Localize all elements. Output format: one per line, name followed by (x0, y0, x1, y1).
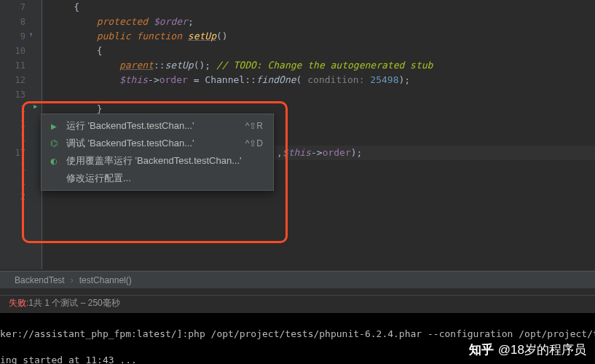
line-number: 7 (0, 0, 42, 15)
brace-close: } (97, 103, 103, 114)
variable: $this (283, 147, 311, 158)
run-gutter-icon[interactable]: ▶ (34, 103, 37, 110)
punct: ); (351, 147, 363, 158)
line-number: 13 (0, 87, 42, 102)
scope-op: :: (154, 60, 165, 71)
line-number: 11 (0, 58, 42, 73)
console-line: ker://assistant_php_fpm:latest/]:php /op… (0, 328, 595, 341)
brace-open: { (74, 1, 79, 12)
status-text: 1共 1 个测试 – 250毫秒 (28, 297, 119, 309)
line-number: 10 (0, 44, 42, 58)
line-number: 9 (0, 29, 42, 44)
line-number: 1 (0, 116, 42, 131)
number: 25498 (370, 74, 398, 85)
param-hint: condition: (307, 74, 370, 85)
variable: $this (119, 74, 148, 85)
play-icon: ▶ (47, 122, 60, 130)
variable: $order (148, 16, 188, 27)
menu-label: 使用覆盖率运行 'BackendTest.testChan...' (66, 154, 263, 167)
arrow-op: -> (311, 147, 323, 158)
bug-icon: ⌬ (47, 138, 60, 149)
line-number: 17 (0, 146, 42, 160)
fail-label: 失败: (9, 297, 28, 309)
menu-label: 运行 'BackendTest.testChan...' (66, 119, 245, 132)
line-number: 1 (0, 175, 42, 189)
menu-shortcut: ^⇧R (245, 121, 263, 131)
menu-label: 调试 'BackendTest.testChan...' (66, 137, 245, 150)
keyword: protected (97, 16, 148, 27)
override-icon[interactable]: ↑ (29, 31, 33, 38)
menu-coverage[interactable]: ◐ 使用覆盖率运行 'BackendTest.testChan...' (42, 152, 273, 170)
context-menu: ▶ 运行 'BackendTest.testChan...' ^⇧R ⌬ 调试 … (41, 114, 274, 191)
punct: ; (188, 16, 194, 27)
watermark: 知乎 @18岁的程序员 (469, 341, 586, 358)
todo-comment: // TODO: Change the autogenerated stub (216, 60, 433, 71)
property: order (323, 147, 351, 158)
breadcrumb[interactable]: BackendTest › testChannel() (0, 271, 595, 288)
zhihu-logo: 知乎 (469, 341, 494, 358)
line-number: 1 (0, 131, 42, 146)
property: order (159, 74, 188, 85)
punct: , (277, 147, 283, 158)
line-number: 2 (0, 189, 42, 204)
line-number: 1 (0, 160, 42, 175)
keyword: public function (97, 31, 188, 41)
line-number: 8 (0, 15, 42, 29)
breadcrumb-item[interactable]: testChannel() (79, 275, 132, 285)
arrow-op: -> (148, 74, 159, 85)
shield-icon: ◐ (47, 157, 60, 166)
menu-run[interactable]: ▶ 运行 'BackendTest.testChan...' ^⇧R (42, 117, 273, 135)
keyword: parent (119, 60, 154, 71)
menu-edit-config[interactable]: 修改运行配置... (42, 170, 273, 187)
function-call: findOne (256, 74, 296, 85)
function-name: setUp (188, 31, 216, 41)
punct: = (188, 74, 205, 85)
function-call: setUp (165, 60, 194, 71)
menu-label: 修改运行配置... (66, 172, 263, 185)
punct: ( (296, 74, 308, 85)
chevron-right-icon: › (71, 275, 74, 285)
punct: () (216, 31, 228, 41)
line-number: 12 (0, 73, 42, 87)
gutter: 7 8 9 10 11 12 13 1 1 1 17 1 1 2 ↑ ▶ (0, 0, 42, 269)
menu-debug[interactable]: ⌬ 调试 'BackendTest.testChan...' ^⇧D (42, 135, 273, 152)
class-name: Channel (205, 74, 245, 85)
menu-shortcut: ^⇧D (245, 138, 263, 149)
scope-op: :: (245, 74, 256, 85)
brace-open: { (97, 45, 103, 56)
breadcrumb-item[interactable]: BackendTest (15, 275, 65, 285)
punct: ); (398, 74, 410, 85)
watermark-text: @18岁的程序员 (498, 341, 586, 358)
test-status-bar: 失败: 1共 1 个测试 – 250毫秒 (0, 295, 595, 311)
punct: (); (194, 60, 216, 71)
